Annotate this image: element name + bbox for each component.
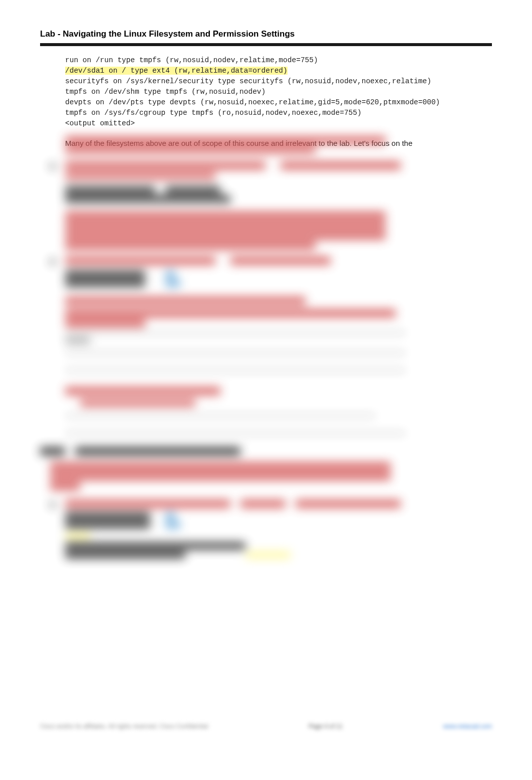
lab-title: Lab - Navigating the Linux Filesystem an…: [40, 29, 492, 46]
terminal-line: devpts on /dev/pts type devpts (rw,nosui…: [65, 98, 440, 106]
terminal-line: tmpfs on /dev/shm type tmpfs (rw,nosuid,…: [65, 88, 265, 96]
footer-copyright: Cisco and/or its affiliates. All rights …: [40, 723, 208, 730]
terminal-output: run on /run type tmpfs (rw,nosuid,nodev,…: [65, 55, 492, 129]
body-paragraph: Many of the filesystems above are out of…: [65, 138, 492, 149]
terminal-line: securityfs on /sys/kernel/security type …: [65, 77, 431, 85]
terminal-line-highlighted: /dev/sda1 on / type ext4 (rw,relatime,da…: [65, 67, 288, 75]
terminal-line: run on /run type tmpfs (rw,nosuid,nodev,…: [65, 56, 318, 64]
obscured-content: [40, 136, 412, 715]
page-footer: Cisco and/or its affiliates. All rights …: [40, 723, 492, 730]
footer-page-number: Page 4 of 11: [309, 723, 343, 730]
footer-site: www.netacad.com: [443, 723, 492, 730]
terminal-line: tmpfs on /sys/fs/cgroup type tmpfs (ro,n…: [65, 109, 362, 117]
terminal-line: <output omitted>: [65, 119, 135, 127]
